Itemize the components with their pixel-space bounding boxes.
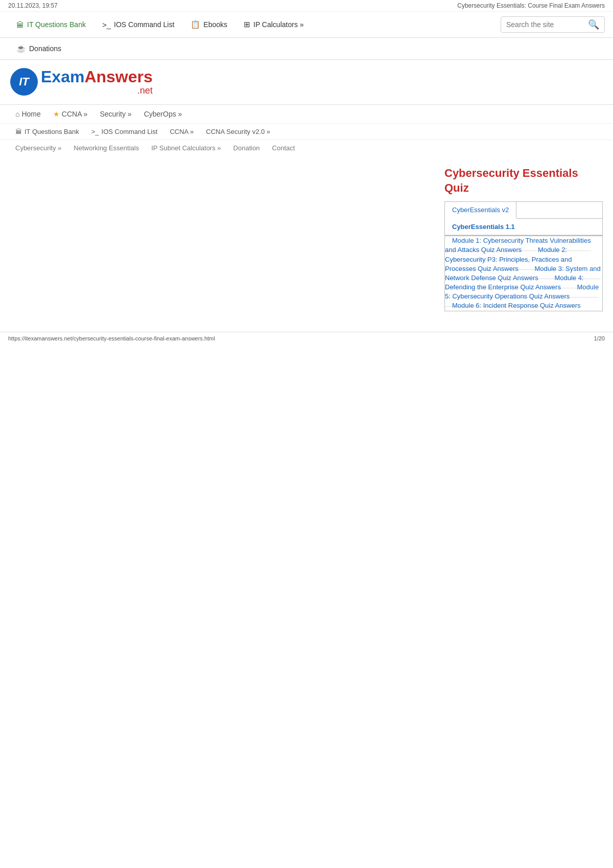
- bank-icon-2: 🏛: [15, 128, 22, 135]
- tab-cyberessentials-v2[interactable]: CyberEssentials v2: [445, 202, 516, 219]
- nav-ebooks[interactable]: 📋 Ebooks: [182, 16, 235, 33]
- nav-ios-command-list[interactable]: >_ IOS Command List: [94, 16, 182, 33]
- page-number: 1/20: [594, 335, 605, 341]
- logo-answers-red: Answers: [84, 67, 152, 86]
- sidebar-title: Cybersecurity Essentials Quiz: [444, 166, 603, 195]
- nav-ip-calculators[interactable]: ⊞ IP Calculators »: [235, 16, 312, 33]
- terminal-icon-2: >_: [91, 128, 99, 135]
- module-item-6[interactable]: Module 6: Incident Response Quiz Answers: [445, 295, 587, 315]
- nav-donations[interactable]: ☕ Donations: [8, 40, 69, 57]
- module-list: Module 1: Cybersecurity Threats Vulnerab…: [444, 236, 603, 311]
- book-icon: 📋: [191, 20, 200, 29]
- nav-it-questions-bank-2[interactable]: 🏛 IT Questions Bank: [10, 126, 84, 138]
- logo-area: IT ExamAnswers .net: [0, 60, 613, 104]
- main-nav: ⌂ Home ★ CCNA » Security » CyberOps »: [0, 104, 613, 123]
- content-left: [10, 166, 434, 311]
- top-navbar: 🏛 IT Questions Bank >_ IOS Command List …: [0, 12, 613, 38]
- content-right: Cybersecurity Essentials Quiz CyberEssen…: [444, 166, 603, 311]
- search-button[interactable]: 🔍: [588, 19, 599, 30]
- nav-ios-command-list-2[interactable]: >_ IOS Command List: [86, 126, 163, 138]
- nav-ccna-security[interactable]: CCNA Security v2.0 »: [201, 126, 275, 138]
- search-input[interactable]: [506, 20, 588, 29]
- search-bar: 🔍: [501, 16, 605, 33]
- page-title-top: Cybersecurity Essentials: Course Final E…: [457, 2, 605, 9]
- tab-header: CyberEssentials v2: [445, 202, 602, 219]
- logo-exam-blue: Exam: [41, 67, 84, 86]
- top-nav-left: 🏛 IT Questions Bank >_ IOS Command List …: [8, 16, 501, 33]
- page-url: https://itexamanswers.net/cybersecurity-…: [8, 335, 215, 341]
- nav-it-questions-bank[interactable]: 🏛 IT Questions Bank: [8, 16, 94, 33]
- logo-text: ExamAnswers .net: [41, 68, 153, 96]
- logo-circle: IT: [10, 68, 38, 96]
- home-icon: ⌂: [15, 110, 19, 118]
- nav-ccna-2[interactable]: CCNA »: [164, 126, 199, 138]
- logo-net: .net: [41, 86, 153, 96]
- nav-contact[interactable]: Contact: [267, 142, 300, 154]
- bank-icon: 🏛: [16, 20, 24, 29]
- second-nav: 🏛 IT Questions Bank >_ IOS Command List …: [0, 123, 613, 140]
- logo-it-text: IT: [19, 75, 29, 88]
- nav-ip-subnet-calculators[interactable]: IP Subnet Calculators »: [146, 142, 226, 154]
- logo-exam: ExamAnswers: [41, 68, 153, 86]
- nav-networking-essentials[interactable]: Networking Essentials: [68, 142, 144, 154]
- grid-icon: ⊞: [244, 20, 250, 29]
- nav-cyberops[interactable]: CyberOps »: [139, 108, 187, 120]
- nav-ccna[interactable]: ★ CCNA »: [48, 108, 93, 120]
- timestamp: 20.11.2023, 19:57: [8, 2, 58, 9]
- nav-security[interactable]: Security »: [95, 108, 136, 120]
- coffee-icon: ☕: [16, 44, 26, 53]
- donations-bar: ☕ Donations: [0, 38, 613, 60]
- bottom-bar: https://itexamanswers.net/cybersecurity-…: [0, 332, 613, 345]
- terminal-icon: >_: [102, 20, 111, 29]
- nav-home[interactable]: ⌂ Home: [10, 108, 46, 120]
- content-area: Cybersecurity Essentials Quiz CyberEssen…: [0, 156, 613, 322]
- third-nav: Cybersecurity » Networking Essentials IP…: [0, 140, 613, 156]
- nav-donation[interactable]: Donation: [228, 142, 265, 154]
- nav-cybersecurity[interactable]: Cybersecurity »: [10, 142, 66, 154]
- star-icon: ★: [53, 110, 60, 118]
- timestamp-bar: 20.11.2023, 19:57 Cybersecurity Essentia…: [0, 0, 613, 12]
